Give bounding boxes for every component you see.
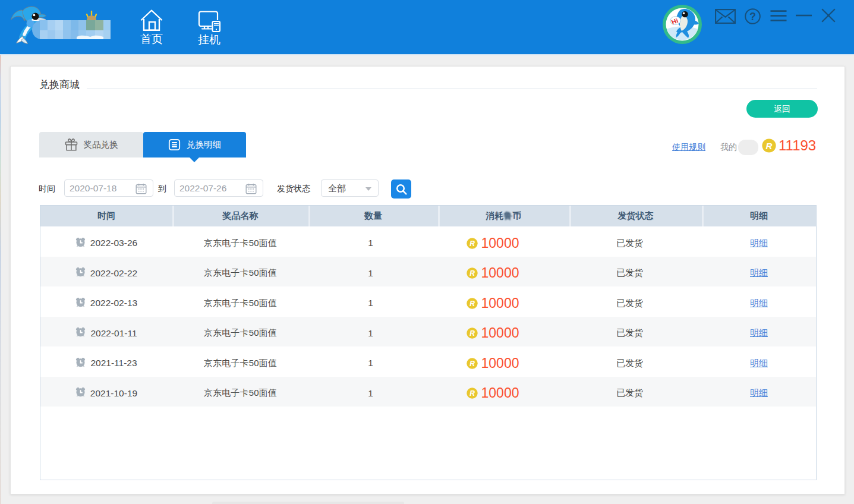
svg-text:R: R [469, 240, 475, 248]
svg-text:R: R [469, 300, 475, 308]
svg-text:?: ? [749, 11, 756, 23]
svg-text:R: R [469, 329, 475, 338]
svg-text:R: R [469, 269, 475, 278]
svg-text:R: R [469, 360, 475, 368]
svg-text:R: R [766, 141, 773, 151]
svg-text:R: R [469, 389, 475, 398]
